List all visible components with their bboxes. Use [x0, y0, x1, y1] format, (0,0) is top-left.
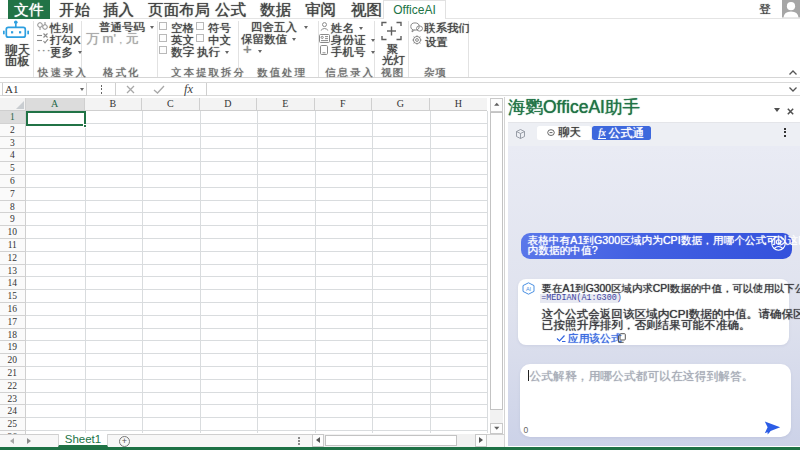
svg-text:AI: AI	[526, 285, 532, 291]
